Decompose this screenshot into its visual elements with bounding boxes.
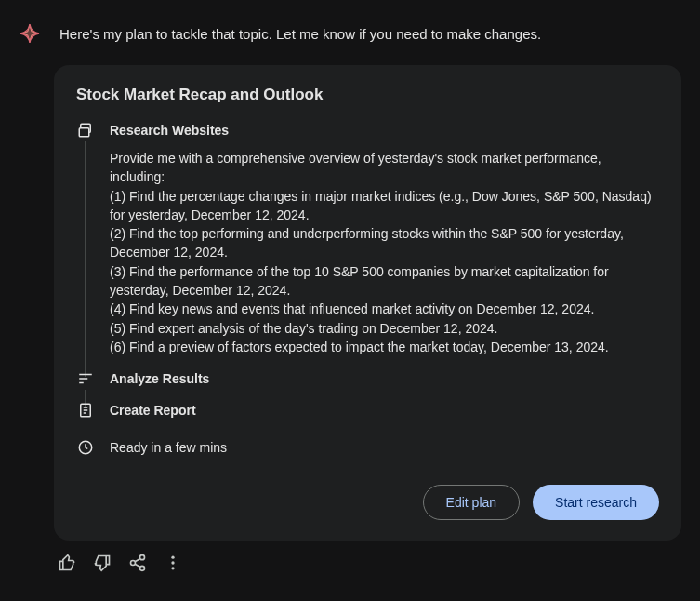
- step-report: Create Report: [76, 401, 659, 433]
- svg-rect-1: [79, 128, 89, 137]
- svg-point-17: [171, 567, 174, 569]
- research-item: (2) Find the top performing and underper…: [110, 224, 659, 262]
- svg-line-13: [135, 559, 140, 562]
- clock-icon: [76, 438, 95, 457]
- svg-point-10: [140, 555, 145, 560]
- step-report-title: Create Report: [110, 401, 659, 420]
- more-icon[interactable]: [164, 554, 182, 572]
- thumbs-up-icon[interactable]: [58, 554, 76, 572]
- svg-rect-4: [79, 382, 84, 384]
- step-list: Research Websites Provide me with a comp…: [76, 121, 659, 433]
- start-research-button[interactable]: Start research: [533, 485, 659, 520]
- step-research: Research Websites Provide me with a comp…: [76, 121, 659, 369]
- svg-point-15: [171, 556, 174, 559]
- step-analyze: Analyze Results: [76, 369, 659, 401]
- research-item: (3) Find the performance of the top 10 S…: [110, 262, 659, 300]
- edit-plan-button[interactable]: Edit plan: [423, 485, 520, 520]
- plan-card: Stock Market Recap and Outlook Research …: [54, 65, 681, 541]
- research-item: (4) Find key news and events that influe…: [110, 300, 659, 318]
- research-item: (5) Find expert analysis of the day's tr…: [110, 319, 659, 338]
- research-item: (1) Find the percentage changes in major…: [110, 187, 659, 225]
- step-research-title: Research Websites: [110, 121, 659, 140]
- assistant-message-row: Here's my plan to tackle that topic. Let…: [0, 19, 700, 48]
- status-row: Ready in a few mins: [76, 438, 659, 457]
- intro-text: Here's my plan to tackle that topic. Let…: [59, 19, 541, 46]
- sort-icon: [76, 369, 95, 388]
- svg-rect-3: [79, 379, 87, 381]
- status-text: Ready in a few mins: [110, 440, 227, 455]
- svg-point-12: [140, 567, 145, 571]
- svg-point-16: [171, 562, 174, 565]
- svg-rect-2: [79, 374, 92, 376]
- svg-point-11: [131, 561, 136, 566]
- sparkle-icon: [19, 22, 41, 48]
- button-row: Edit plan Start research: [76, 485, 659, 520]
- document-icon: [76, 401, 95, 420]
- share-icon[interactable]: [128, 554, 147, 572]
- action-bar: [54, 554, 700, 572]
- research-item: (6) Find a preview of factors expected t…: [110, 338, 659, 356]
- thumbs-down-icon[interactable]: [93, 554, 112, 572]
- step-analyze-title: Analyze Results: [110, 369, 659, 388]
- plan-title: Stock Market Recap and Outlook: [76, 86, 659, 104]
- browser-icon: [76, 121, 95, 140]
- research-intro: Provide me with a comprehensive overview…: [110, 149, 659, 187]
- svg-line-14: [135, 565, 140, 568]
- step-research-body: Provide me with a comprehensive overview…: [110, 149, 659, 356]
